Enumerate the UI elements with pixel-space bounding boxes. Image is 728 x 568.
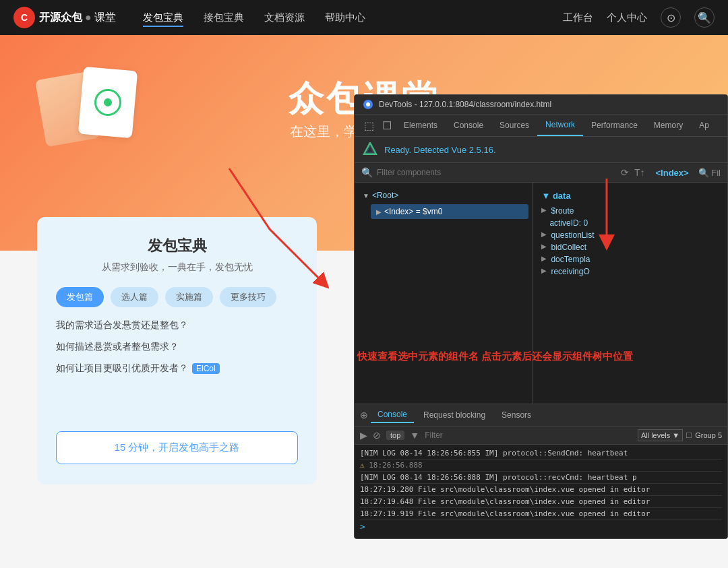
devtools-tabs-row: ⬚ ☐ Elements Console Sources Network Per… <box>355 115 727 137</box>
logo-classroom-text: 课堂 <box>94 11 116 25</box>
console-dropdown-icon[interactable]: ▼ <box>410 430 419 441</box>
data-key-questionlist: questionList <box>551 230 594 240</box>
data-row-doctempla: ▶ docTempla <box>539 253 722 265</box>
log-line-2: [NIM LOG 08-14 18:26:56:888 IM] protocol… <box>360 472 722 484</box>
tab-fabao[interactable]: 发包篇 <box>56 287 104 307</box>
devtools-panel: DevTools - 127.0.0.1:8084/classroom/inde… <box>354 94 728 539</box>
devtools-titlebar: DevTools - 127.0.0.1:8084/classroom/inde… <box>355 95 727 115</box>
console-stop-icon[interactable]: ⊘ <box>373 430 381 441</box>
tab-more[interactable]: 更多技巧 <box>220 287 276 307</box>
log-line-3: 18:27:19.280 File src\module\classroom\i… <box>360 484 722 496</box>
console-tab-request-blocking[interactable]: Request blocking <box>417 408 492 422</box>
nav-right: 工作台 个人中心 ⊙ 🔍 <box>563 7 715 28</box>
index-badge: <Index> <box>656 168 689 178</box>
vue-devtools-bar: Ready. Detected Vue 2.5.16. <box>355 137 727 163</box>
blue-card-button[interactable]: 15 分钟，开启发包高手之路 <box>56 431 298 464</box>
data-key-receivingo: receivingO <box>551 267 589 276</box>
nav-profile[interactable]: 个人中心 <box>607 11 647 24</box>
data-key-doctempla: docTempla <box>551 255 590 264</box>
top-navigation: C 开源众包 ● 课堂 发包宝典 接包宝典 文档资源 帮助中心 工作台 个人中心… <box>0 0 728 35</box>
data-key-activeid: activeID: 0 <box>549 218 588 228</box>
tree-index-item[interactable]: ▶ <Index> = $vm0 <box>371 204 528 219</box>
nav-items: 发包宝典 接包宝典 文档资源 帮助中心 <box>143 9 563 27</box>
data-key-route: $route <box>551 206 574 216</box>
log-line-4: 18:27:19.648 File src\module\classroom\i… <box>360 496 722 508</box>
console-tab-sensors[interactable]: Sensors <box>495 408 538 422</box>
blue-card-subtitle: 从需求到验收，一典在手，发包无忧 <box>56 261 298 274</box>
logo-icon: C <box>13 7 35 28</box>
devtools-tab-elements[interactable]: Elements <box>396 115 446 135</box>
console-icon[interactable]: ⊕ <box>360 410 368 420</box>
vue-ready-text: Ready. Detected Vue 2.5.16. <box>384 145 496 155</box>
console-play-icon[interactable]: ▶ <box>360 430 367 441</box>
console-log-area[interactable]: [NIM LOG 08-14 18:26:56:855 IM] protocol… <box>355 445 727 538</box>
nav-item-fabao[interactable]: 发包宝典 <box>143 9 183 27</box>
devtools-tree: ▼ <Root> ▶ <Index> = $vm0 <box>355 183 533 404</box>
hero-circle-inner <box>103 98 112 106</box>
filter-search-icon[interactable]: 🔍 Fil <box>698 168 721 178</box>
nav-avatar[interactable]: ⊙ <box>661 7 681 28</box>
search-icon: 🔍 <box>361 167 373 178</box>
svg-point-1 <box>366 102 370 106</box>
filter-row: 🔍 ⟳ T↑ <Index> 🔍 Fil <box>355 163 727 183</box>
devtools-tab-network[interactable]: Network <box>537 115 583 136</box>
nav-search[interactable]: 🔍 <box>694 7 715 28</box>
elcol-badge: ElCol <box>192 363 220 374</box>
devtools-tab-sources[interactable]: Sources <box>491 115 537 135</box>
console-filter-input[interactable] <box>425 431 632 440</box>
card-item-3: 如何让项目更吸引优质开发者？ElCol <box>56 362 298 375</box>
data-key-bidcollect: bidCollect <box>551 243 586 252</box>
log-line-1: [NIM LOG 08-14 18:26:56:855 IM] protocol… <box>360 447 722 460</box>
nav-item-documents[interactable]: 文档资源 <box>264 9 305 27</box>
devtools-tab-console[interactable]: Console <box>446 115 491 135</box>
tree-root[interactable]: ▼ <Root> <box>355 188 533 203</box>
tree-root-label: <Root> <box>372 191 398 200</box>
blue-card: 发包宝典 从需求到验收，一典在手，发包无忧 发包篇 选人篇 实施篇 更多技巧 我… <box>37 217 317 484</box>
devtools-tab-memory[interactable]: Memory <box>646 115 691 135</box>
nav-item-help[interactable]: 帮助中心 <box>325 9 365 27</box>
console-level-select[interactable]: All levels ▼ <box>638 429 683 441</box>
data-row-receivingo: ▶ receivingO <box>539 265 722 278</box>
console-prompt[interactable]: > <box>360 520 722 532</box>
card-item-2: 如何描述悬赏或者整包需求？ <box>56 341 298 353</box>
logo: C 开源众包 ● 课堂 <box>13 7 116 28</box>
tree-index-label: <Index> = $vm0 <box>384 207 442 216</box>
logo-dot: ● <box>85 11 92 24</box>
blue-card-title: 发包宝典 <box>56 236 298 256</box>
filter-input[interactable] <box>377 168 621 177</box>
data-row-route: ▶ $route <box>539 205 722 217</box>
console-toolbar: ▶ ⊘ top ▼ All levels ▼ ☐ Group 5 <box>355 427 727 445</box>
card-item-1: 我的需求适合发悬赏还是整包？ <box>56 319 298 332</box>
data-title: ▼ data <box>539 188 722 205</box>
logo-brand-text: 开源众包 <box>39 11 82 25</box>
console-group-checkbox[interactable]: ☐ <box>686 431 692 440</box>
console-area: ⊕ Console Request blocking Sensors ▶ ⊘ t… <box>355 404 727 538</box>
log-line-5: 18:27:19.919 File src\module\classroom\i… <box>360 508 722 520</box>
log-line-warn: ⚠ 18:26:56.888 <box>360 460 722 472</box>
data-row-questionlist: ▶ questionList <box>539 229 722 241</box>
filter-right: ⟳ T↑ <Index> 🔍 Fil <box>621 167 721 178</box>
devtools-cursor-icon[interactable]: ⬚ <box>360 115 378 136</box>
hero-circle <box>93 88 122 117</box>
console-top-badge[interactable]: top <box>386 431 404 440</box>
data-row-activeid: activeID: 0 <box>539 217 722 229</box>
devtools-device-icon[interactable]: ☐ <box>378 115 396 136</box>
filter-options-icon[interactable]: T↑ <box>634 167 645 178</box>
tab-xuanren[interactable]: 选人篇 <box>111 287 158 307</box>
devtools-tab-performance[interactable]: Performance <box>583 115 646 135</box>
blue-card-items: 我的需求适合发悬赏还是整包？ 如何描述悬赏或者整包需求？ 如何让项目更吸引优质开… <box>56 319 298 375</box>
devtools-favicon <box>363 99 373 110</box>
nav-workspace[interactable]: 工作台 <box>563 11 593 24</box>
tab-shishi[interactable]: 实施篇 <box>165 287 213 307</box>
annotation-text: 快速查看选中元素的组件名 点击元素后还会显示组件树中位置 <box>357 350 633 363</box>
blue-card-tabs: 发包篇 选人篇 实施篇 更多技巧 <box>56 287 298 307</box>
devtools-tab-ap[interactable]: Ap <box>691 115 717 135</box>
devtools-body: ▼ <Root> ▶ <Index> = $vm0 ▼ data ▶ $rout… <box>355 183 727 404</box>
devtools-title: DevTools - 127.0.0.1:8084/classroom/inde… <box>379 100 551 109</box>
vue-logo-icon <box>363 142 377 157</box>
filter-refresh-icon[interactable]: ⟳ <box>621 167 629 178</box>
nav-item-jiebao[interactable]: 接包宝典 <box>204 9 244 27</box>
hero-card-right <box>78 67 138 139</box>
console-group-label: Group 5 <box>695 431 722 439</box>
console-tab-console[interactable]: Console <box>371 407 414 423</box>
